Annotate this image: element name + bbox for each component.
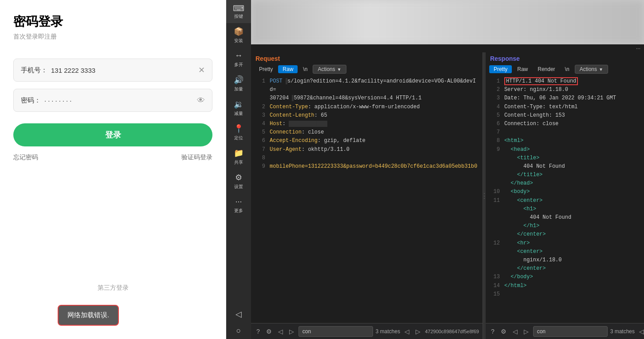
response-line-11c: 404 Not Found bbox=[486, 213, 644, 222]
password-label: 密码： bbox=[21, 96, 41, 105]
request-nav-prev[interactable]: ◁ bbox=[403, 327, 411, 336]
response-line-15: 15 bbox=[486, 290, 644, 299]
response-nav-prev[interactable]: ◁ bbox=[637, 327, 644, 336]
share-icon: 📁 bbox=[234, 148, 243, 158]
request-tab-raw[interactable]: Raw bbox=[278, 65, 298, 73]
response-help-icon[interactable]: ? bbox=[489, 327, 496, 336]
response-search-input[interactable] bbox=[533, 326, 608, 337]
response-actions-button[interactable]: Actions ▼ bbox=[575, 65, 608, 74]
request-tab-pretty[interactable]: Pretty bbox=[255, 65, 277, 73]
response-actions-label: Actions bbox=[580, 66, 597, 72]
response-line-5: 5 Content-Length: 153 bbox=[486, 111, 644, 120]
response-header: Response bbox=[486, 52, 644, 64]
response-line-9e: </head> bbox=[486, 179, 644, 188]
phone-field[interactable]: 手机号： 131 2222 3333 ✕ bbox=[13, 59, 212, 82]
decrease-icon: 🔉 bbox=[234, 99, 243, 109]
password-field[interactable]: 密码： ········ 👁 bbox=[13, 89, 212, 112]
phone-value: 131 2222 3333 bbox=[51, 67, 198, 74]
response-line-13: 13 </body> bbox=[486, 273, 644, 281]
response-tab-render[interactable]: Render bbox=[533, 65, 559, 73]
location-icon: 📍 bbox=[234, 124, 243, 134]
response-line-10: 10 <body> bbox=[486, 188, 644, 196]
request-line-2: 2 Content-Type: application/x-www-form-u… bbox=[251, 103, 483, 111]
install-icon: 📦 bbox=[234, 27, 243, 36]
request-actions-button[interactable]: Actions ▼ bbox=[313, 65, 346, 74]
left-panel: 密码登录 首次登录即注册 手机号： 131 2222 3333 ✕ 密码： ··… bbox=[0, 0, 226, 339]
keys-label: 按键 bbox=[234, 13, 243, 20]
response-bottom-bar: ? ⚙ ◁ ▷ 3 matches ◁ ▷ 472900c898647df5e8… bbox=[486, 323, 644, 339]
home-icon: ○ bbox=[236, 326, 241, 335]
clear-icon[interactable]: ✕ bbox=[198, 65, 205, 75]
toolbar-item-home[interactable]: ○ bbox=[226, 323, 251, 339]
login-button[interactable]: 登录 bbox=[13, 123, 212, 146]
response-tab-pretty[interactable]: Pretty bbox=[489, 65, 512, 73]
toolbar-item-settings[interactable]: ⚙ 设置 bbox=[226, 169, 251, 193]
request-settings-icon[interactable]: ⚙ bbox=[264, 327, 274, 336]
request-search-input[interactable] bbox=[298, 326, 373, 337]
response-line-9b: <title> bbox=[486, 154, 644, 162]
request-prev-icon[interactable]: ◁ bbox=[276, 327, 285, 336]
request-next-icon[interactable]: ▷ bbox=[287, 327, 296, 336]
response-line-3: 3 Date: Thu, 06 Jan 2022 09:34:21 GMT bbox=[486, 94, 644, 102]
verify-login-link[interactable]: 验证码登录 bbox=[181, 154, 212, 162]
right-panel: ··· Request Pretty Raw \n Actions ▼ 1 PO… bbox=[251, 0, 644, 339]
response-prev-icon[interactable]: ◁ bbox=[511, 327, 519, 336]
response-settings-icon[interactable]: ⚙ bbox=[499, 327, 508, 336]
share-label: 共享 bbox=[234, 159, 243, 166]
multi-icon: ↔ bbox=[235, 51, 243, 60]
request-help-icon[interactable]: ? bbox=[255, 327, 262, 336]
request-line-1: 1 POST s/login?edition=4.1.2&facility=an… bbox=[251, 77, 483, 94]
toolbar-item-more[interactable]: ··· 更多 bbox=[226, 193, 251, 217]
more-label: 更多 bbox=[234, 208, 243, 214]
request-line-8: 8 bbox=[251, 154, 483, 162]
phone-input-group: 手机号： 131 2222 3333 ✕ bbox=[13, 59, 212, 82]
response-line-11d: </h1> bbox=[486, 222, 644, 230]
toolbar-item-decrease[interactable]: 🔉 减量 bbox=[226, 96, 251, 120]
request-header: Request bbox=[251, 52, 483, 64]
middle-toolbar: ⌨ 按键 📦 安装 ↔ 多开 🔊 加量 🔉 减量 📍 定位 📁 共享 ⚙ 设置 … bbox=[226, 0, 251, 339]
request-bottom-bar: ? ⚙ ◁ ▷ 3 matches ◁ ▷ 472900c898647df5e8… bbox=[251, 323, 483, 339]
response-line-11: 11 <center> bbox=[486, 197, 644, 205]
password-value: ········ bbox=[44, 97, 197, 104]
response-tab-n[interactable]: \n bbox=[561, 65, 574, 73]
response-line-4: 4 Content-Type: text/html bbox=[486, 103, 644, 111]
response-line-12d: </center> bbox=[486, 264, 644, 273]
dots-separator: ··· bbox=[251, 44, 644, 52]
request-line-1b: 307204 59872&channel=48&sysVersion=4.4 H… bbox=[251, 94, 483, 102]
response-line-8: 8 <html> bbox=[486, 137, 644, 145]
response-line-9d: </title> bbox=[486, 171, 644, 179]
request-actions-label: Actions bbox=[318, 66, 335, 72]
install-label: 安装 bbox=[234, 38, 243, 44]
toolbar-item-share[interactable]: 📁 共享 bbox=[226, 145, 251, 169]
response-tab-raw[interactable]: Raw bbox=[513, 65, 532, 73]
response-line-2: 2 Server: nginx/1.18.0 bbox=[486, 86, 644, 94]
response-code-area[interactable]: 1 HTTP/1.1 404 Not Found 2 Server: nginx… bbox=[486, 75, 644, 323]
response-line-12c: nginx/1.18.0 bbox=[486, 256, 644, 264]
request-code-area[interactable]: 1 POST s/login?edition=4.1.2&facility=an… bbox=[251, 75, 483, 323]
devtools-top-preview bbox=[251, 0, 644, 44]
toolbar-item-multi[interactable]: ↔ 多开 bbox=[226, 47, 251, 71]
app-title: 密码登录 bbox=[13, 13, 212, 30]
panels-row: Request Pretty Raw \n Actions ▼ 1 POST s… bbox=[251, 52, 644, 339]
toolbar-item-install[interactable]: 📦 安装 bbox=[226, 23, 251, 47]
more-icon: ··· bbox=[235, 197, 242, 206]
location-label: 定位 bbox=[234, 135, 243, 141]
request-tab-n[interactable]: \n bbox=[298, 65, 312, 73]
response-matches-badge: 3 matches bbox=[610, 328, 635, 335]
password-input-group: 密码： ········ 👁 bbox=[13, 89, 212, 112]
response-line-6: 6 Connection: close bbox=[486, 120, 644, 128]
app-subtitle: 首次登录即注册 bbox=[13, 33, 212, 41]
request-nav-next[interactable]: ▷ bbox=[414, 327, 422, 336]
response-next-icon[interactable]: ▷ bbox=[522, 327, 530, 336]
toolbar-item-keys[interactable]: ⌨ 按键 bbox=[226, 0, 251, 23]
forgot-password-link[interactable]: 忘记密码 bbox=[13, 154, 38, 162]
toolbar-item-location[interactable]: 📍 定位 bbox=[226, 120, 251, 145]
response-panel: Response Pretty Raw Render \n Actions ▼ … bbox=[486, 52, 644, 339]
request-line-3: 3 Content-Length: 65 bbox=[251, 111, 483, 120]
increase-label: 加量 bbox=[234, 86, 243, 92]
toolbar-item-back[interactable]: ◁ bbox=[226, 306, 251, 323]
multi-label: 多开 bbox=[234, 62, 243, 68]
eye-icon[interactable]: 👁 bbox=[197, 96, 205, 105]
keys-icon: ⌨ bbox=[233, 4, 244, 13]
toolbar-item-increase[interactable]: 🔊 加量 bbox=[226, 71, 251, 96]
